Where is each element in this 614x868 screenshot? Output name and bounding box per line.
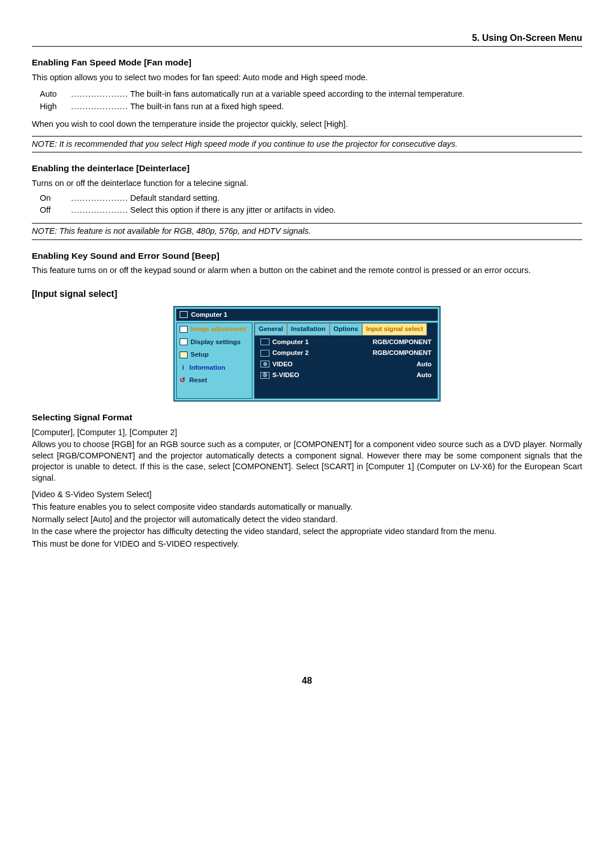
page-number: 48 — [32, 675, 582, 687]
row-label: Computer 1 — [272, 338, 309, 347]
def-term-auto: Auto — [40, 89, 71, 100]
tab-installation[interactable]: Installation — [287, 323, 330, 336]
sidebar-label: Information — [189, 363, 225, 373]
row-label: S-VIDEO — [272, 371, 299, 380]
monitor-icon — [180, 311, 188, 318]
video-icon: ◎ — [260, 361, 269, 367]
osd-sidebar: Image adjustment Display settings Setup … — [176, 323, 252, 399]
osd-title-text: Computer 1 — [191, 311, 227, 320]
def-desc-on: Default standard setting. — [128, 193, 582, 204]
note-deint: NOTE: This feature is not available for … — [32, 223, 582, 240]
def-term-high: High — [40, 101, 71, 113]
def-desc-high: The built-in fans run at a fixed high sp… — [128, 101, 582, 113]
row-value: Auto — [417, 371, 432, 380]
sigfmt-l7: This must be done for VIDEO and S-VIDEO … — [32, 539, 582, 550]
def-desc-auto: The built-in fans automatically run at a… — [128, 89, 582, 100]
heading-signal-format: Selecting Signal Format — [32, 412, 582, 424]
sidebar-label: Image adjustment — [190, 325, 246, 334]
fan-intro: This option allows you to select two mod… — [32, 72, 582, 84]
sigfmt-l4: This feature enables you to select compo… — [32, 502, 582, 513]
sidebar-item-reset[interactable]: ↺ Reset — [177, 374, 252, 387]
def-term-on: On — [40, 193, 71, 204]
dots — [71, 205, 128, 216]
tab-options[interactable]: Options — [330, 323, 362, 336]
sigfmt-l2: Allows you to choose [RGB] for an RGB so… — [32, 439, 582, 483]
sidebar-item-image-adjustment[interactable]: Image adjustment — [177, 323, 252, 336]
dots — [71, 193, 128, 204]
fan-outro: When you wish to cool down the temperatu… — [32, 119, 582, 130]
row-label: VIDEO — [272, 360, 293, 369]
svideo-icon: Ⓢ — [260, 372, 269, 379]
chapter-header: 5. Using On-Screen Menu — [32, 32, 582, 47]
reset-icon: ↺ — [180, 376, 186, 385]
deint-intro: Turns on or off the deinterlace function… — [32, 178, 582, 189]
sigfmt-l3: [Video & S-Video System Select] — [32, 489, 582, 501]
sidebar-item-display-settings[interactable]: Display settings — [177, 336, 252, 349]
heading-beep: Enabling Key Sound and Error Sound [Beep… — [32, 250, 582, 262]
deint-definitions: On Default standard setting. Off Select … — [40, 193, 582, 216]
note-fan: NOTE: It is recommended that you select … — [32, 136, 582, 153]
dots — [71, 101, 128, 113]
def-term-off: Off — [40, 205, 71, 216]
sidebar-label: Setup — [190, 350, 209, 359]
row-label: Computer 2 — [272, 349, 309, 358]
row-value: Auto — [417, 360, 432, 369]
row-value: RGB/COMPONENT — [373, 349, 432, 358]
heading-deinterlace: Enabling the deinterlace [Deinterlace] — [32, 163, 582, 175]
heading-input-signal: [Input signal select] — [32, 288, 582, 300]
osd-row-computer1[interactable]: Computer 1 RGB/COMPONENT — [255, 337, 437, 348]
info-icon: i — [180, 363, 186, 373]
tab-general[interactable]: General — [255, 323, 287, 336]
osd-row-video[interactable]: ◎VIDEO Auto — [255, 359, 437, 370]
adjust-icon — [180, 326, 188, 333]
sidebar-label: Reset — [189, 376, 207, 385]
osd-row-svideo[interactable]: ⓈS-VIDEO Auto — [255, 370, 437, 381]
def-desc-off: Select this option if there is any jitte… — [128, 205, 582, 216]
dots — [71, 89, 128, 100]
sigfmt-l6: In the case where the projector has diff… — [32, 526, 582, 538]
beep-body: This feature turns on or off the keypad … — [32, 265, 582, 276]
sigfmt-l5: Normally select [Auto] and the projector… — [32, 514, 582, 526]
row-value: RGB/COMPONENT — [373, 338, 432, 347]
sidebar-item-setup[interactable]: Setup — [177, 349, 252, 362]
sigfmt-l1: [Computer], [Computer 1], [Computer 2] — [32, 427, 582, 439]
setup-icon — [180, 352, 188, 358]
osd-row-computer2[interactable]: Computer 2 RGB/COMPONENT — [255, 348, 437, 359]
osd-tabs: General Installation Options Input signa… — [255, 323, 437, 336]
osd-title-bar: Computer 1 — [176, 309, 438, 321]
heading-fan-mode: Enabling Fan Speed Mode [Fan mode] — [32, 57, 582, 69]
tab-input-signal-select[interactable]: Input signal select — [362, 323, 427, 336]
osd-main-panel: General Installation Options Input signa… — [254, 323, 438, 399]
sidebar-label: Display settings — [190, 338, 240, 347]
osd-menu-screenshot: Computer 1 Image adjustment Display sett… — [173, 306, 441, 402]
fan-definitions: Auto The built-in fans automatically run… — [40, 89, 582, 112]
sidebar-item-information[interactable]: i Information — [177, 362, 252, 375]
computer-icon — [260, 338, 269, 345]
display-icon — [180, 338, 188, 345]
computer-icon — [260, 350, 269, 357]
